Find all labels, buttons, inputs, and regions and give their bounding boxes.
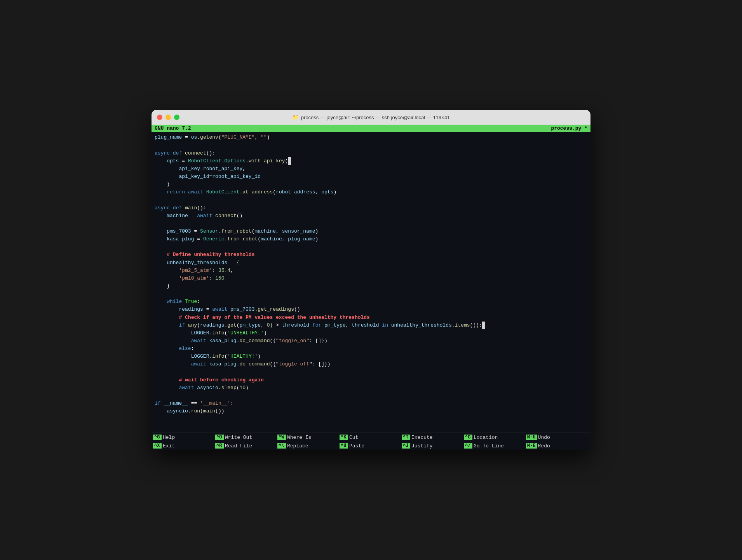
code-line-26: LOGGER.info('UNHEALTHY.') [152,329,590,337]
code-line-30: await kasa_plug.do_command({"toggle_off"… [152,360,590,368]
code-line-22: while True: [152,298,590,306]
code-line-7: ) [152,181,590,188]
folder-icon: 📁 [292,114,299,120]
shortcut-key-execute: ^T [402,435,410,440]
title-label: process — joyce@air: ~/process — ssh joy… [301,115,450,120]
shortcut-label-redo: Redo [538,443,550,449]
shortcut-paste[interactable]: ^U Paste [338,443,400,449]
code-line-28: else: [152,345,590,353]
traffic-lights [157,115,179,120]
window-title: 📁 process — joyce@air: ~/process — ssh j… [292,114,450,120]
code-line-27: await kasa_plug.do_command({"toggle_on":… [152,337,590,345]
code-line-11: machine = await connect() [152,212,590,220]
code-line-19: 'pm10_atm': 150 [152,275,590,282]
code-line-25: if any(readings.get(pm_type, 0) > thresh… [152,322,590,329]
code-line-9 [152,196,590,204]
shortcut-label-write-out: Write Out [225,435,252,440]
shortcut-key-justify: ^J [402,443,410,449]
shortcut-label-location: Location [474,435,498,440]
code-line-6: api_key_id=robot_api_key_id [152,173,590,181]
shortcut-key-where-is: ^W [277,435,286,440]
shortcut-label-cut: Cut [349,435,358,440]
shortcut-exit[interactable]: ^X Exit [152,443,214,449]
shortcut-label-exit: Exit [163,443,175,449]
code-line-2 [152,141,590,149]
terminal-window: 📁 process — joyce@air: ~/process — ssh j… [152,110,590,450]
nano-status-bar: GNU nano 7.2 process.py * [152,125,590,132]
code-editor[interactable]: plug_name = os.getenv("PLUG_NAME", "") a… [152,132,590,432]
code-line-17: unhealthy_thresholds = { [152,259,590,267]
code-line-36: asyncio.run(main()) [152,407,590,415]
shortcut-label-help: Help [163,435,175,440]
minimize-button[interactable] [165,115,171,120]
maximize-button[interactable] [174,115,179,120]
code-line-37 [152,415,590,423]
code-line-16: # Define unhealthy thresholds [152,251,590,259]
code-line-13: pms_7003 = Sensor.from_robot(machine, se… [152,228,590,235]
code-line-12 [152,220,590,228]
shortcut-execute[interactable]: ^T Execute [400,434,462,441]
shortcut-key-cut: ^K [340,435,348,440]
shortcut-label-where-is: Where Is [287,435,311,440]
shortcut-key-location: ^C [464,435,472,440]
filename: process.py * [551,125,587,131]
code-line-5: api_key=robot_api_key, [152,165,590,173]
code-line-38 [152,423,590,431]
shortcut-write-out[interactable]: ^O Write Out [214,434,276,441]
close-button[interactable] [157,115,162,120]
code-line-34 [152,392,590,400]
code-line-10: async def main(): [152,204,590,212]
shortcut-cut[interactable]: ^K Cut [338,434,400,441]
shortcut-help[interactable]: ^G Help [152,434,214,441]
shortcut-label-paste: Paste [349,443,364,449]
shortcut-key-read-file: ^R [215,443,224,449]
shortcut-key-go-to-line: ^/ [464,443,472,449]
shortcut-undo[interactable]: M-U Undo [524,434,587,441]
code-line-14: kasa_plug = Generic.from_robot(machine, … [152,235,590,243]
shortcut-label-read-file: Read File [225,443,252,449]
shortcut-justify[interactable]: ^J Justify [400,443,462,449]
code-line-32: # wait before checking again [152,376,590,384]
shortcut-key-write-out: ^O [215,435,224,440]
shortcut-go-to-line[interactable]: ^/ Go To Line [462,443,524,449]
shortcut-key-exit: ^X [153,443,162,449]
shortcuts-row-2: ^X Exit ^R Read File ^\ Replace ^U Paste… [152,442,590,450]
code-line-31 [152,369,590,376]
shortcut-label-replace: Replace [287,443,308,449]
shortcut-key-redo: M-E [526,443,537,449]
shortcut-label-execute: Execute [411,435,433,440]
shortcut-read-file[interactable]: ^R Read File [214,443,276,449]
code-line-15 [152,243,590,251]
code-line-20: } [152,282,590,290]
code-line-29: LOGGER.info('HEALTHY!') [152,353,590,360]
title-bar: 📁 process — joyce@air: ~/process — ssh j… [152,110,590,125]
shortcut-label-go-to-line: Go To Line [474,443,504,449]
shortcut-key-replace: ^\ [277,443,286,449]
code-line-8: return await RobotClient.at_address(robo… [152,188,590,196]
shortcut-where-is[interactable]: ^W Where Is [276,434,338,441]
shortcut-label-justify: Justify [411,443,433,449]
shortcut-key-paste: ^U [340,443,348,449]
shortcut-key-undo: M-U [526,435,537,440]
shortcut-replace[interactable]: ^\ Replace [276,443,338,449]
code-line-23: readings = await pms_7003.get_readings() [152,306,590,313]
shortcut-redo[interactable]: M-E Redo [524,443,587,449]
code-line-4: opts = RobotClient.Options.with_api_key( [152,157,590,165]
code-line-33: await asyncio.sleep(10) [152,384,590,392]
code-line-1: plug_name = os.getenv("PLUG_NAME", "") [152,134,590,141]
nano-version: GNU nano 7.2 [155,125,191,131]
code-line-35: if __name__ == '__main__': [152,400,590,407]
shortcut-location[interactable]: ^C Location [462,434,524,441]
code-line-24: # Check if any of the PM values exceed t… [152,314,590,322]
code-line-3: async def connect(): [152,150,590,157]
shortcut-label-undo: Undo [538,435,550,440]
shortcut-bar: ^G Help ^O Write Out ^W Where Is ^K Cut … [152,433,590,450]
code-line-18: 'pm2_5_atm': 35.4, [152,267,590,275]
shortcuts-row-1: ^G Help ^O Write Out ^W Where Is ^K Cut … [152,433,590,442]
code-line-21 [152,290,590,298]
shortcut-key-help: ^G [153,435,162,440]
